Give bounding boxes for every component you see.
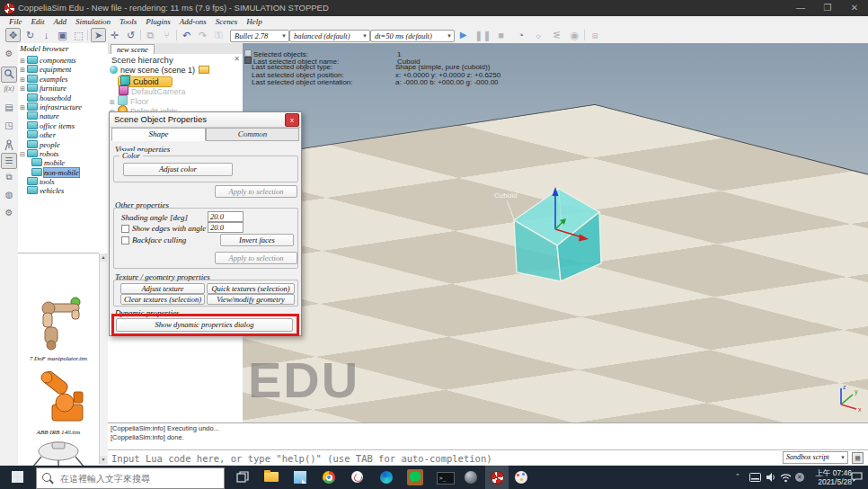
close-button[interactable]: ✕	[841, 0, 868, 16]
tree-item-office-items[interactable]: office items	[20, 121, 106, 130]
tree-item-nature[interactable]: nature	[20, 111, 106, 120]
shading-angle-input[interactable]	[208, 211, 244, 222]
tree-item-people[interactable]: people	[20, 140, 106, 149]
calculator-notes-icon[interactable]: ▤	[2, 101, 16, 115]
menu-tools[interactable]: Tools	[120, 17, 137, 26]
page-selector-icon[interactable]: ⧈	[589, 29, 602, 41]
tree-item-examples[interactable]: ⊞examples	[20, 75, 106, 84]
menu-plugins[interactable]: Plugins	[146, 17, 171, 26]
snipping-tool-button[interactable]	[345, 466, 370, 489]
invert-faces-button[interactable]: Invert faces	[220, 234, 294, 246]
file-explorer-button[interactable]	[259, 466, 284, 489]
transfer-dna-icon[interactable]: ⑂	[160, 29, 173, 41]
cuboid-object[interactable]: Cuboid	[487, 169, 640, 295]
disconnected-tray-icon[interactable]: ✕	[795, 473, 804, 482]
tree-item-infrastructure[interactable]: ⊞infrastructure	[20, 102, 106, 111]
viewport-3d[interactable]: Cuboid Selected objects:1 Last selected …	[243, 43, 868, 422]
speed-up-rabbit-icon[interactable]: ᓬ	[550, 29, 563, 41]
taskbar-search[interactable]	[36, 467, 225, 489]
notification-center-icon[interactable]	[851, 472, 863, 483]
clear-textures-button[interactable]: Clear textures (selection)	[120, 294, 205, 305]
expander-icon[interactable]: ⊞	[20, 104, 27, 111]
tree-item-household[interactable]: household	[20, 93, 106, 102]
paint-app-button[interactable]	[510, 466, 534, 489]
scene-folder-icon[interactable]	[199, 66, 209, 74]
apply-to-selection-button-2[interactable]: Apply to selection	[215, 252, 297, 264]
show-edges-checkbox[interactable]	[121, 225, 129, 233]
tab-shape[interactable]: Shape	[111, 128, 206, 141]
simulation-settings-icon[interactable]: ⚙	[2, 47, 16, 61]
minimize-button[interactable]: —	[787, 0, 814, 16]
expander-icon[interactable]: ⊟	[20, 151, 27, 158]
lua-input[interactable]	[110, 451, 787, 465]
layers-icon[interactable]: ⧉	[2, 170, 16, 184]
network-tray-icon[interactable]	[780, 472, 792, 483]
speaker-tray-icon[interactable]	[766, 472, 776, 483]
video-recorder-icon[interactable]: ◍	[2, 188, 16, 202]
hierarchy-item-defaultcamera[interactable]: DefaultCamera	[119, 85, 186, 95]
keyboard-tray-icon[interactable]	[749, 473, 761, 482]
dialog-title-bar[interactable]: Scene Object Properties x	[110, 112, 301, 128]
tree-item-robots[interactable]: ⊟robots	[20, 149, 106, 158]
sphere-app-button[interactable]	[460, 466, 483, 489]
menu-addons[interactable]: Add-ons	[180, 17, 207, 26]
menu-edit[interactable]: Edit	[31, 17, 45, 26]
menu-scenes[interactable]: Scenes	[216, 17, 238, 26]
expander-icon[interactable]: ⊞	[20, 76, 27, 84]
sticky-notes-button[interactable]	[288, 466, 313, 489]
time-step-dropdown[interactable]: dt=50 ms (default)▼	[370, 30, 455, 42]
taskbar-clock[interactable]: 上午 07:46 2021/5/28	[815, 468, 852, 486]
expander-icon[interactable]: ⊞	[20, 58, 27, 65]
function-script-icon[interactable]: f(x)	[2, 84, 16, 99]
avatar-person-icon[interactable]	[2, 138, 16, 153]
speed-mode-dropdown[interactable]: balanced (default)▼	[289, 30, 370, 42]
hierarchy-item-scene[interactable]: new scene (scene 1)	[110, 66, 209, 76]
undo-icon[interactable]: ↶	[180, 29, 193, 41]
backface-culling-checkbox[interactable]	[121, 236, 129, 244]
model-thumb-7dof[interactable]: 7 DoF manipulator.ttm	[22, 295, 95, 362]
fit-to-view-icon[interactable]: ▣	[56, 29, 69, 41]
start-simulation-icon[interactable]: ▶	[456, 29, 470, 41]
object-select-icon[interactable]: ➤	[91, 28, 106, 42]
assemble-icon[interactable]: ⧉	[144, 29, 157, 41]
tree-item-non-mobile[interactable]: non-mobile	[20, 168, 106, 177]
object-rotate-icon[interactable]: ↺	[124, 29, 137, 41]
camera-pan-icon[interactable]: ✥	[5, 28, 21, 42]
find-magnifier-icon[interactable]	[1, 67, 17, 83]
camera-zoom-icon[interactable]: ↓	[40, 29, 53, 41]
chrome-button[interactable]	[316, 466, 341, 489]
model-browser-scrollbar[interactable]: ▲ ▼	[99, 253, 108, 464]
model-browser-toggle-icon[interactable]: ◳	[2, 119, 16, 133]
stop-simulation-icon[interactable]: ■	[494, 29, 508, 41]
search-input[interactable]	[58, 471, 219, 486]
expander-icon[interactable]: ⊞	[20, 85, 27, 93]
console-options-icon[interactable]: ▦	[852, 452, 864, 464]
tree-item-equipment[interactable]: ⊞equipment	[20, 65, 106, 74]
redo-icon[interactable]: ↷	[196, 29, 209, 41]
apply-to-selection-button[interactable]: Apply to selection	[215, 185, 297, 198]
maximize-button[interactable]: ❐	[814, 0, 841, 16]
dangling-key-icon[interactable]: ⚿	[212, 29, 226, 41]
user-settings-icon[interactable]: ⚙	[2, 206, 16, 220]
scroll-down-icon[interactable]: ▼	[100, 456, 107, 464]
camera-rotate-icon[interactable]: ↻	[23, 29, 37, 41]
hierarchy-item-floor[interactable]: ⊞Floor	[110, 95, 149, 105]
tree-item-mobile[interactable]: mobile	[20, 158, 106, 167]
tree-item-furniture[interactable]: ⊞furniture	[20, 84, 106, 93]
script-selector-dropdown[interactable]: Sandbox script▼	[783, 451, 848, 464]
view-modify-geometry-button[interactable]: View/modify geometry	[207, 294, 295, 305]
adjust-color-button[interactable]: Adjust color	[123, 163, 233, 176]
edges-angle-input[interactable]	[208, 222, 244, 233]
task-view-button[interactable]	[230, 466, 255, 489]
tray-expand-chevron-icon[interactable]: ⌃	[735, 473, 740, 480]
slow-down-turtle-icon[interactable]: 🝔	[532, 29, 545, 41]
real-time-clock-icon[interactable]: ◔	[514, 29, 527, 41]
menu-add[interactable]: Add	[54, 17, 67, 26]
object-shift-icon[interactable]: ✛	[108, 29, 121, 41]
adjust-texture-button[interactable]: Adjust texture	[120, 283, 205, 294]
visualization-eye-icon[interactable]: ◉	[568, 29, 581, 41]
scroll-up-icon[interactable]: ▲	[100, 253, 107, 262]
coppeliasim-taskbar-button[interactable]	[485, 466, 509, 489]
tree-item-components[interactable]: ⊞components	[20, 56, 106, 65]
tab-common[interactable]: Common	[206, 128, 299, 141]
